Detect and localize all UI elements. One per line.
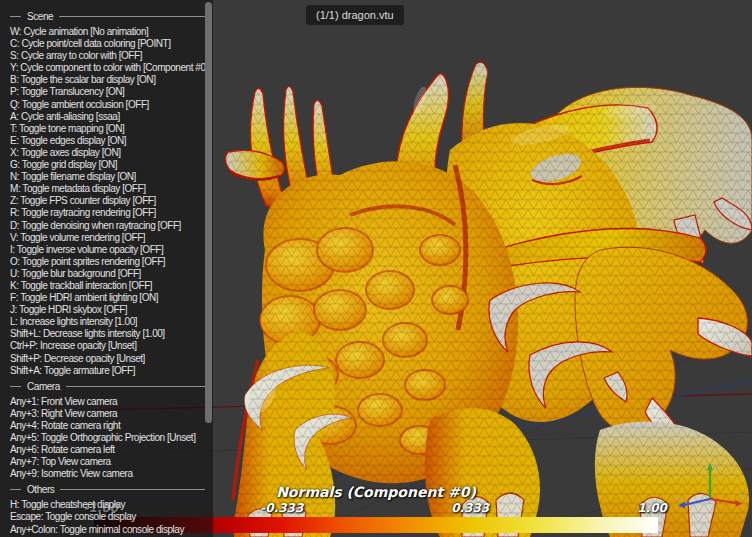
scalar-bar-tick-label: 0.333 — [451, 501, 489, 515]
cheatsheet-item: G: Toggle grid display [ON] — [10, 159, 213, 171]
cheatsheet-item: C: Cycle point/cell data coloring [POINT… — [10, 38, 213, 50]
cheatsheet-item: Any+7: Top View camera — [10, 456, 213, 468]
scalar-bar-tick-label: 1.00 — [637, 501, 667, 515]
cheatsheet-item: Any+5: Toggle Orthographic Projection [U… — [10, 432, 213, 444]
cheatsheet-item: Ctrl+P: Increase opacity [Unset] — [10, 340, 213, 352]
cheatsheet-item: E: Toggle edges display [ON] — [10, 135, 213, 147]
cheatsheet-item: M: Toggle metadata display [OFF] — [10, 183, 213, 195]
cheatsheet-group-title: Camera — [10, 380, 213, 393]
cheatsheet-item: S: Cycle array to color with [OFF] — [10, 50, 213, 62]
axes-widget[interactable]: y x z — [670, 459, 748, 515]
cheatsheet-item: Any+Colon: Toggle minimal console displa… — [10, 524, 213, 536]
y-axis-label: y — [714, 461, 718, 470]
z-axis: z — [677, 493, 710, 509]
cheatsheet-item: Z: Toggle FPS counter display [OFF] — [10, 195, 213, 207]
cheatsheet-item: Any+9: Isometric View camera — [10, 468, 213, 480]
cheatsheet-item: A: Cycle anti-aliasing [ssaa] — [10, 111, 213, 123]
cheatsheet-group-title: Others — [10, 483, 213, 496]
z-axis-label: z — [677, 493, 681, 502]
cheatsheet-item: Escape: Toggle console display — [10, 511, 213, 523]
cheatsheet-item: O: Toggle point sprites rendering [OFF] — [10, 256, 213, 268]
cheatsheet-item: Y: Cycle component to color with [Compon… — [10, 62, 213, 74]
cheatsheet-item: Shift+L: Decrease lights intensity [1.00… — [10, 328, 213, 340]
cheatsheet-item: Any+6: Rotate camera left — [10, 444, 213, 456]
cheatsheet-item: H: Toggle cheatsheet display — [10, 499, 213, 511]
cheatsheet-item: J: Toggle HDRI skybox [OFF] — [10, 304, 213, 316]
cheatsheet-item: Shift+P: Decrease opacity [Unset] — [10, 353, 213, 365]
cheatsheet-item: N: Toggle filename display [ON] — [10, 171, 213, 183]
x-axis-label: x — [740, 491, 744, 500]
cheatsheet-panel: SceneW: Cycle animation [No animation]C:… — [0, 0, 213, 537]
cheatsheet-item: U: Toggle blur background [OFF] — [10, 268, 213, 280]
f3d-window: { "window": {"app": "F3D viewer", "width… — [0, 0, 752, 537]
cheatsheet-item: Any+1: Front View camera — [10, 396, 213, 408]
cheatsheet-item: T: Toggle tone mapping [ON] — [10, 123, 213, 135]
cheatsheet-item: R: Toggle raytracing rendering [OFF] — [10, 207, 213, 219]
cheatsheet-scrollbar[interactable] — [205, 2, 212, 423]
cheatsheet-item: Any+4: Rotate camera right — [10, 420, 213, 432]
cheatsheet-item: Any+3: Right View camera — [10, 408, 213, 420]
cheatsheet-group-title: Scene — [10, 10, 213, 23]
cheatsheet-item: V: Toggle volume rendering [OFF] — [10, 232, 213, 244]
x-axis: x — [710, 491, 744, 507]
cheatsheet-item: B: Toggle the scalar bar display [ON] — [10, 74, 213, 86]
cheatsheet-item: Shift+A: Toggle armature [OFF] — [10, 365, 213, 377]
cheatsheet-item: P: Toggle Translucency [ON] — [10, 86, 213, 98]
cheatsheet-item: F: Toggle HDRI ambient lighting [ON] — [10, 292, 213, 304]
cheatsheet-item: D: Toggle denoising when raytracing [OFF… — [10, 220, 213, 232]
scalar-bar-tick-label: -0.333 — [260, 501, 303, 515]
cheatsheet-item: W: Cycle animation [No animation] — [10, 26, 213, 38]
cheatsheet-item: X: Toggle axes display [ON] — [10, 147, 213, 159]
cheatsheet-item: K: Toggle trackball interaction [OFF] — [10, 280, 213, 292]
cheatsheet-item: I: Toggle inverse volume opacity [OFF] — [10, 244, 213, 256]
cheatsheet-item: Q: Toggle ambient occlusion [OFF] — [10, 99, 213, 111]
y-axis: y — [707, 461, 718, 499]
filename-badge: (1/1) dragon.vtu — [306, 5, 404, 25]
cheatsheet-item: L: Increase lights intensity [1.00] — [10, 316, 213, 328]
